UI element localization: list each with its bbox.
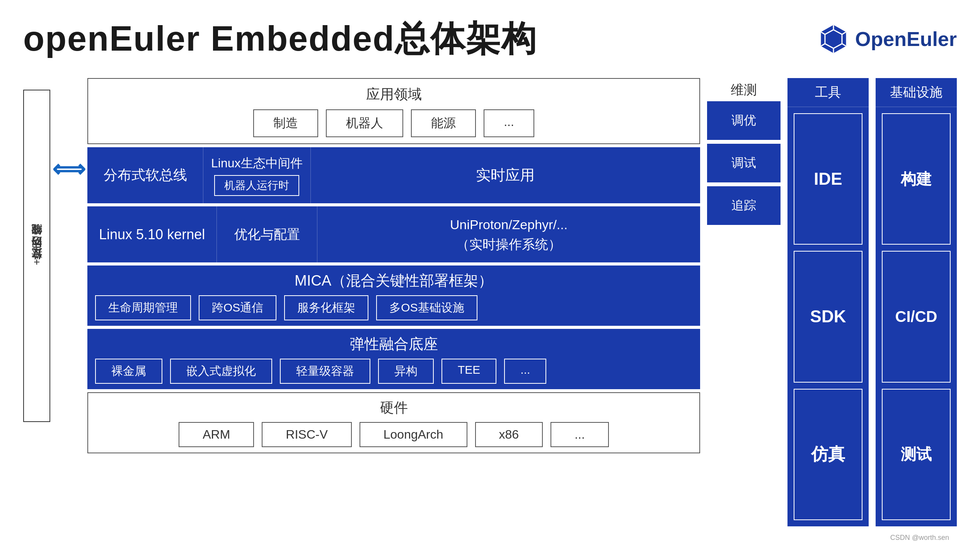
infra-build: 构建 [882, 113, 951, 245]
mica-section: MICA（混合关键性部署框架） 生命周期管理 跨OS通信 服务化框架 多OS基础… [87, 265, 700, 326]
page-title: openEuler Embedded总体架构 [23, 15, 537, 63]
hw-x86: x86 [475, 422, 543, 447]
app-domain-section: 应用领域 制造 机器人 能源 ... [87, 78, 700, 144]
hw-riscv: RISC-V [262, 422, 351, 447]
domain-item-more: ... [484, 109, 534, 137]
hw-loongarch: LoongArch [360, 422, 467, 447]
blue-row2: Linux 5.10 kernel 优化与配置 UniProton/Zephyr… [87, 206, 700, 262]
elastic-section: 弹性融合底座 裸金属 嵌入式虚拟化 轻量级容器 异构 TEE ... [87, 329, 700, 389]
tool-simulation: 仿真 [794, 389, 862, 520]
domain-item-robot: 机器人 [326, 109, 403, 137]
weicha-column: 维测 调优 调试 追踪 [707, 78, 781, 526]
mica-service: 服务化框架 [284, 295, 368, 320]
weicha-title: 维测 [707, 78, 781, 101]
weicha-debug: 调试 [707, 144, 781, 182]
bidirectional-arrow-icon: ⟺ [52, 155, 85, 182]
domain-item-energy: 能源 [411, 109, 476, 137]
logo-text: OpenEuler [855, 27, 957, 51]
robot-runtime-box: 机器人运行时 [214, 175, 299, 196]
mica-cross-os: 跨OS通信 [199, 295, 276, 320]
weicha-tuning: 调优 [707, 101, 781, 140]
logo-area: OpenEuler [818, 24, 957, 54]
hw-more: ... [551, 422, 609, 447]
linux-kernel-cell: Linux 5.10 kernel [87, 206, 217, 262]
infra-cells: 构建 CI/CD 测试 [876, 107, 957, 526]
center-content: 应用领域 制造 机器人 能源 ... 分布式软总线 Linux生态中间件 机器人… [87, 78, 700, 526]
weicha-cells: 调优 调试 追踪 [707, 101, 781, 526]
blue-row1: 分布式软总线 Linux生态中间件 机器人运行时 实时应用 [87, 147, 700, 203]
tool-ide: IDE [794, 113, 862, 245]
watermark: CSDN @worth.sen [890, 534, 949, 542]
arrow-area: ⟺ [57, 155, 80, 182]
domain-items: 制造 机器人 能源 ... [96, 109, 692, 137]
domain-item-manufacturing: 制造 [253, 109, 318, 137]
infra-column: 基础设施 构建 CI/CD 测试 [876, 78, 957, 526]
uniproton-line1: UniProton/Zephyr/... [450, 215, 568, 235]
header: openEuler Embedded总体架构 OpenEuler [23, 15, 957, 63]
linux-middleware-title: Linux生态中间件 [211, 155, 303, 172]
elastic-virt: 嵌入式虚拟化 [170, 359, 272, 384]
app-domain-title: 应用领域 [96, 85, 692, 104]
tools-cells: IDE SDK 仿真 [787, 107, 869, 526]
distributed-bus-cell: 分布式软总线 [87, 147, 203, 203]
hardware-title: 硬件 [96, 398, 692, 417]
realtime-app-cell: 实时应用 [311, 147, 700, 203]
uniproton-cell: UniProton/Zephyr/... （实时操作系统） [317, 206, 700, 262]
elastic-tee: TEE [441, 359, 496, 384]
tool-sdk: SDK [794, 251, 862, 382]
mica-title: MICA（混合关键性部署框架） [95, 271, 692, 291]
elastic-title: 弹性融合底座 [95, 334, 692, 354]
page: openEuler Embedded总体架构 OpenEuler 软件定义 + … [0, 0, 980, 548]
elastic-hetero: 异构 [378, 359, 434, 384]
hw-arm: ARM [179, 422, 254, 447]
linux-middleware-cell: Linux生态中间件 机器人运行时 [203, 147, 311, 203]
hardware-items: ARM RISC-V LoongArch x86 ... [96, 422, 692, 447]
elastic-items: 裸金属 嵌入式虚拟化 轻量级容器 异构 TEE ... [95, 359, 692, 384]
tools-title: 工具 [787, 78, 869, 107]
tools-column: 工具 IDE SDK 仿真 [787, 78, 869, 526]
infra-title: 基础设施 [876, 78, 957, 107]
mica-items: 生命周期管理 跨OS通信 服务化框架 多OS基础设施 [95, 295, 692, 320]
weicha-trace: 追踪 [707, 186, 781, 225]
main-layout: 软件定义 + 云边协同 + 智能终端 ⟺ 应用领域 制造 机器人 能源 ... … [23, 78, 957, 526]
uniproton-line2: （实时操作系统） [450, 235, 568, 254]
openeuler-logo-icon [818, 24, 849, 54]
hardware-section: 硬件 ARM RISC-V LoongArch x86 ... [87, 392, 700, 453]
optimize-config-cell: 优化与配置 [217, 206, 317, 262]
infra-cicd: CI/CD [882, 251, 951, 382]
elastic-bare: 裸金属 [95, 359, 162, 384]
left-label: 软件定义 + 云边协同 + 智能终端 [23, 90, 50, 422]
elastic-more: ... [504, 359, 546, 384]
elastic-container: 轻量级容器 [280, 359, 370, 384]
infra-test: 测试 [882, 389, 951, 520]
mica-infra: 多OS基础设施 [376, 295, 477, 320]
mica-lifecycle: 生命周期管理 [95, 295, 191, 320]
